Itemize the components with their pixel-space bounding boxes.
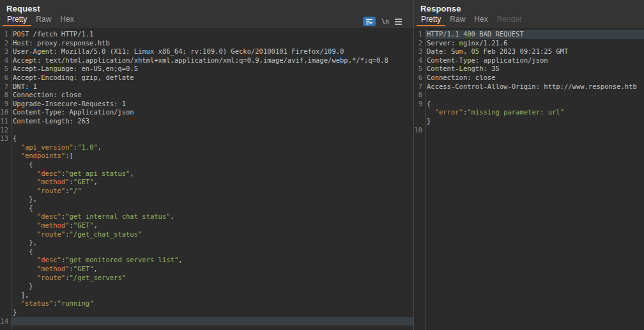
code-line-text: { bbox=[11, 248, 413, 256]
code-line-text: POST /fetch HTTP/1.1 bbox=[11, 30, 413, 39]
code-line-text: } bbox=[11, 282, 413, 291]
code-line: } bbox=[414, 117, 644, 126]
line-number bbox=[0, 187, 11, 196]
code-line: }, bbox=[0, 239, 413, 248]
request-editor[interactable]: 1POST /fetch HTTP/1.12Host: proxy.respon… bbox=[0, 29, 413, 330]
code-line-text bbox=[425, 126, 644, 135]
line-number: 2 bbox=[0, 39, 11, 48]
code-line: { bbox=[0, 161, 413, 169]
line-number bbox=[0, 291, 11, 300]
code-line: 11Content-Length: 263 bbox=[0, 117, 413, 126]
code-line: "route":"/get_servers" bbox=[0, 274, 413, 283]
code-line: "status":"running" bbox=[0, 299, 413, 308]
line-number: 8 bbox=[0, 91, 11, 100]
newline-toggle-icon[interactable]: \n bbox=[381, 18, 389, 25]
code-line-text: { bbox=[11, 134, 413, 143]
code-line: "error":"missing parameter: url" bbox=[414, 108, 644, 117]
code-line-text: Access-Control-Allow-Origin: http://www.… bbox=[425, 82, 644, 91]
code-line: "desc":"get monitored servers list", bbox=[0, 256, 413, 265]
code-line: "desc":"get internal chat status", bbox=[0, 212, 413, 221]
line-number: 12 bbox=[0, 126, 11, 135]
code-line-text: "route":"/get_servers" bbox=[11, 274, 413, 283]
line-number: 6 bbox=[0, 74, 11, 82]
line-number: 3 bbox=[414, 47, 425, 56]
line-number bbox=[0, 204, 11, 213]
line-number bbox=[0, 161, 11, 169]
line-number bbox=[0, 274, 11, 283]
code-line-text: "route":"/get_chat_status" bbox=[11, 230, 413, 239]
line-number bbox=[0, 221, 11, 230]
tab-raw[interactable]: Raw bbox=[31, 14, 56, 26]
code-line: "method":"GET", bbox=[0, 221, 413, 230]
code-line: 1HTTP/1.1 400 BAD REQUEST bbox=[414, 30, 644, 39]
code-line: "method":"GET", bbox=[0, 265, 413, 274]
line-number bbox=[0, 195, 11, 204]
code-line-text: "error":"missing parameter: url" bbox=[425, 108, 644, 117]
code-line: 2Server: nginx/1.21.6 bbox=[414, 39, 644, 48]
tab-raw[interactable]: Raw bbox=[445, 14, 470, 26]
code-line: 8Connection: close bbox=[0, 91, 413, 100]
code-line-text: } bbox=[425, 117, 644, 126]
code-line-text: Content-Type: Application/json bbox=[11, 108, 413, 117]
request-panel-header: Request PrettyRawHex \n bbox=[0, 0, 413, 29]
line-number bbox=[0, 308, 11, 317]
line-number bbox=[0, 230, 11, 239]
code-line: ], bbox=[0, 291, 413, 300]
request-toolbar: \n bbox=[363, 17, 402, 26]
code-line-text: { bbox=[11, 161, 413, 169]
line-number bbox=[0, 282, 11, 291]
code-line: "api_version":"1.0", bbox=[0, 143, 413, 152]
code-line-text bbox=[11, 126, 413, 135]
code-line: 1POST /fetch HTTP/1.1 bbox=[0, 30, 413, 39]
line-number bbox=[0, 178, 11, 187]
code-line-text: "route":"/" bbox=[11, 187, 413, 196]
tab-pretty[interactable]: Pretty bbox=[3, 14, 31, 26]
code-line-text: Content-Length: 35 bbox=[425, 65, 644, 74]
code-line-text: Date: Sun, 05 Feb 2023 09:21:25 GMT bbox=[425, 47, 644, 56]
tab-hex[interactable]: Hex bbox=[470, 14, 492, 26]
line-number: 4 bbox=[0, 56, 11, 65]
code-line: 4Content-Type: application/json bbox=[414, 56, 644, 65]
code-line-text: "endpoints":[ bbox=[11, 152, 413, 161]
code-line-text: Content-Length: 263 bbox=[11, 117, 413, 126]
line-number: 8 bbox=[414, 91, 425, 100]
code-line-text: }, bbox=[11, 195, 413, 204]
message-editor-split-view: Request PrettyRawHex \n 1POST /fetch HTT… bbox=[0, 0, 644, 330]
code-line-text: Accept-Encoding: gzip, deflate bbox=[11, 74, 413, 82]
response-editor: 1HTTP/1.1 400 BAD REQUEST2Server: nginx/… bbox=[414, 29, 644, 330]
code-line: 3Date: Sun, 05 Feb 2023 09:21:25 GMT bbox=[414, 47, 644, 56]
line-number: 1 bbox=[414, 30, 425, 39]
code-line: "method":"GET", bbox=[0, 178, 413, 187]
response-panel-header: Response PrettyRawHexRender bbox=[414, 0, 644, 29]
line-number bbox=[0, 265, 11, 274]
code-line-text: HTTP/1.1 400 BAD REQUEST bbox=[425, 30, 644, 39]
line-number bbox=[0, 143, 11, 152]
tab-hex[interactable]: Hex bbox=[56, 14, 78, 26]
line-number: 3 bbox=[0, 47, 11, 56]
code-line: 7DNT: 1 bbox=[0, 82, 413, 91]
line-number: 11 bbox=[0, 117, 11, 126]
wrap-toggle-icon[interactable] bbox=[363, 17, 376, 26]
tab-pretty[interactable]: Pretty bbox=[417, 14, 445, 26]
line-number: 5 bbox=[414, 65, 425, 74]
menu-icon[interactable] bbox=[395, 17, 402, 26]
code-line-text: ], bbox=[11, 291, 413, 300]
line-number: 10 bbox=[0, 108, 11, 117]
code-line-text: "api_version":"1.0", bbox=[11, 143, 413, 152]
code-line: 3User-Agent: Mozilla/5.0 (X11; Linux x86… bbox=[0, 47, 413, 56]
line-number: 14 bbox=[0, 317, 11, 326]
line-number: 6 bbox=[414, 74, 425, 82]
code-line: } bbox=[0, 308, 413, 317]
request-panel-title: Request bbox=[0, 0, 413, 14]
code-line: { bbox=[0, 248, 413, 256]
tab-render: Render bbox=[493, 14, 526, 26]
response-panel: Response PrettyRawHexRender 1HTTP/1.1 40… bbox=[414, 0, 644, 330]
code-line: 14 bbox=[0, 317, 413, 326]
line-number bbox=[0, 212, 11, 221]
response-tabbar: PrettyRawHexRender bbox=[414, 14, 644, 26]
code-line-text: }, bbox=[11, 239, 413, 248]
line-number bbox=[0, 248, 11, 256]
code-line: { bbox=[0, 204, 413, 213]
code-line: }, bbox=[0, 195, 413, 204]
code-line-text: User-Agent: Mozilla/5.0 (X11; Linux x86_… bbox=[11, 47, 413, 56]
